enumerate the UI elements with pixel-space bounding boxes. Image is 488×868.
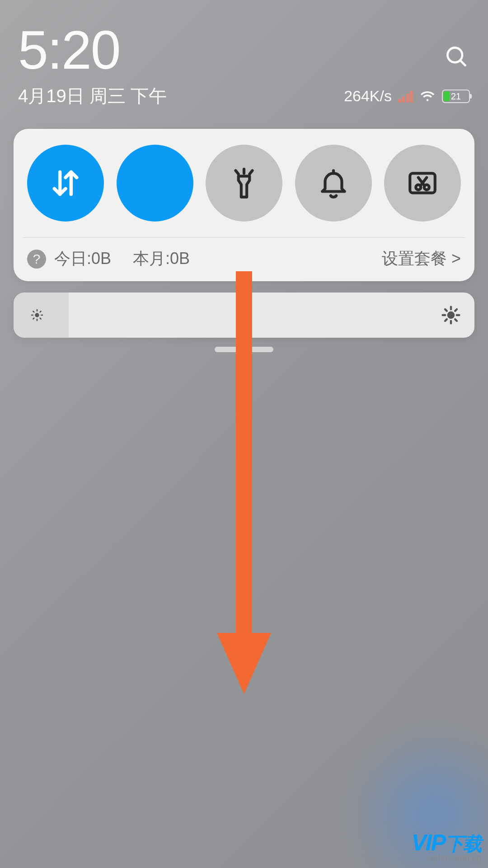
svg-line-27 (445, 319, 447, 321)
svg-line-4 (249, 170, 252, 174)
header-bottom-row: 4月19日 周三 下午 264K/s 21 (18, 84, 470, 108)
network-speed: 264K/s (344, 87, 392, 105)
search-icon (445, 45, 468, 68)
panel-drag-handle[interactable] (215, 347, 273, 352)
svg-point-20 (448, 312, 455, 319)
battery-fill (444, 91, 450, 101)
svg-line-3 (236, 170, 239, 174)
wifi-icon (138, 166, 172, 200)
brightness-low-icon (27, 305, 47, 325)
data-swap-icon (49, 166, 82, 200)
date-text: 4月19日 周三 下午 (18, 84, 167, 108)
watermark-logo: VIP下载 (411, 830, 481, 857)
cellular-signal-icon (398, 90, 413, 103)
svg-line-18 (33, 318, 34, 319)
battery-percent: 21 (451, 91, 461, 101)
toggle-screenshot[interactable] (384, 145, 461, 222)
data-plan-link[interactable]: 设置套餐 > (382, 248, 461, 270)
toggle-wifi[interactable] (117, 145, 193, 222)
search-button[interactable] (443, 43, 470, 70)
svg-line-1 (460, 61, 465, 66)
scissors-screen-icon (406, 166, 439, 200)
svg-line-25 (445, 309, 447, 311)
toggle-silent[interactable] (295, 145, 372, 222)
header-top-row: 5:20 (18, 23, 470, 77)
panel-divider (23, 237, 465, 238)
svg-line-19 (40, 311, 41, 312)
status-bar: 264K/s 21 (344, 87, 470, 105)
bell-icon (317, 166, 350, 200)
flashlight-icon (227, 166, 261, 200)
watermark-url: viphuiyuan.cc (427, 853, 481, 863)
svg-point-11 (35, 313, 39, 317)
data-usage-row: ? 今日:0B 本月:0B 设置套餐 > (27, 248, 461, 270)
data-today: 今日:0B (54, 248, 111, 270)
brightness-slider[interactable] (14, 292, 474, 338)
svg-line-16 (33, 311, 34, 312)
toggle-row (27, 145, 461, 222)
toggle-flashlight[interactable] (206, 145, 282, 222)
brightness-high-icon (441, 305, 461, 325)
clock-time: 5:20 (18, 23, 120, 77)
notification-header: 5:20 4月19日 周三 下午 264K/s 21 (0, 0, 488, 118)
svg-marker-30 (217, 633, 271, 694)
wifi-status-icon (419, 87, 436, 105)
battery-indicator: 21 (442, 90, 470, 103)
watermark: VIP下载 viphuiyuan.cc (411, 830, 481, 863)
toggle-mobile-data[interactable] (27, 145, 104, 222)
svg-line-28 (455, 309, 457, 311)
data-month: 本月:0B (133, 248, 190, 270)
help-icon[interactable]: ? (27, 250, 46, 269)
svg-line-17 (40, 318, 41, 319)
svg-line-26 (455, 319, 457, 321)
quick-settings-panel: ? 今日:0B 本月:0B 设置套餐 > (14, 129, 474, 281)
